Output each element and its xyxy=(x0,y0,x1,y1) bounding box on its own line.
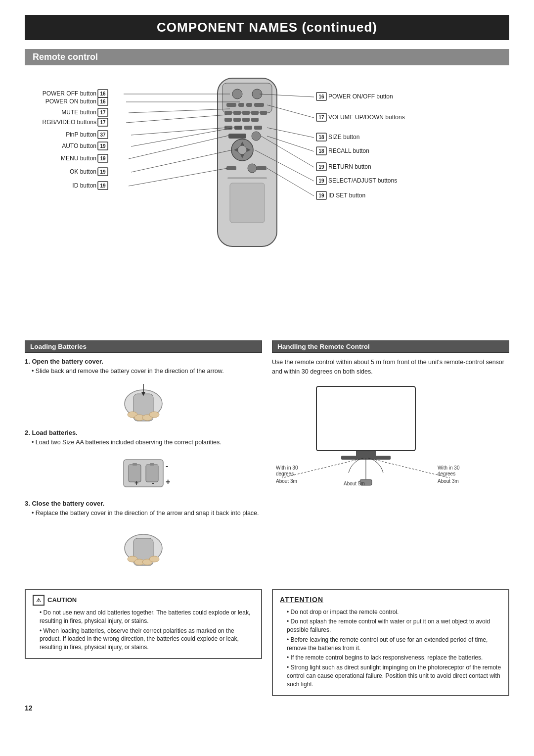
remote-diagram-area: 16 POWER OFF button 16 POWER ON button 1… xyxy=(25,73,509,331)
svg-rect-15 xyxy=(242,118,250,122)
svg-text:POWER ON button: POWER ON button xyxy=(45,98,96,105)
svg-text:About 3m: About 3m xyxy=(438,478,459,484)
caution-title: ⚠ CAUTION xyxy=(33,595,254,606)
svg-text:-: - xyxy=(152,479,154,487)
attention-bullet-5: Strong light such as direct sunlight imp… xyxy=(280,663,501,688)
svg-point-103 xyxy=(149,412,159,418)
caution-title-text: CAUTION xyxy=(47,595,77,605)
svg-text:POWER ON/OFF button: POWER ON/OFF button xyxy=(328,93,393,100)
svg-text:POWER OFF button: POWER OFF button xyxy=(43,90,96,97)
svg-point-24 xyxy=(238,145,247,154)
svg-text:degrees: degrees xyxy=(438,471,455,476)
svg-text:16: 16 xyxy=(318,94,324,99)
svg-rect-19 xyxy=(244,126,252,130)
svg-rect-14 xyxy=(233,118,241,122)
handling-remote-header: Handling the Remote Control xyxy=(272,340,509,353)
svg-rect-107 xyxy=(133,463,137,466)
svg-text:SIZE button: SIZE button xyxy=(328,134,359,141)
svg-line-38 xyxy=(131,128,226,135)
bottom-section: Loading Batteries 1. Open the battery co… xyxy=(25,340,509,575)
svg-rect-1 xyxy=(222,83,272,113)
svg-text:SELECT/ADJUST buttons: SELECT/ADJUST buttons xyxy=(328,177,397,184)
svg-point-22 xyxy=(252,132,261,141)
attention-bullet-1: Do not drop or impact the remote control… xyxy=(280,608,501,616)
caution-section: ⚠ CAUTION Do not use new and old batteri… xyxy=(25,585,262,696)
svg-text:With in 30: With in 30 xyxy=(276,465,298,471)
svg-text:With in 30: With in 30 xyxy=(438,465,460,471)
caution-triangle-icon: ⚠ xyxy=(33,595,44,606)
svg-text:RECALL button: RECALL button xyxy=(328,147,369,154)
svg-text:16: 16 xyxy=(100,91,106,96)
svg-text:ID SET button: ID SET button xyxy=(328,192,365,199)
step3-illustration xyxy=(109,521,178,570)
svg-text:OK button: OK button xyxy=(70,168,96,175)
svg-rect-8 xyxy=(224,111,232,115)
step2-bullet: Load two Size AA batteries included obse… xyxy=(25,438,262,447)
svg-text:RGB/VIDEO buttons: RGB/VIDEO buttons xyxy=(43,119,96,126)
svg-text:19: 19 xyxy=(100,169,106,175)
svg-text:18: 18 xyxy=(318,135,324,140)
svg-rect-11 xyxy=(251,111,259,115)
step1-title: 1. Open the battery cover. xyxy=(25,358,262,365)
svg-text:PinP button: PinP button xyxy=(66,131,96,138)
svg-text:About 5m: About 5m xyxy=(344,481,365,486)
svg-rect-18 xyxy=(234,126,242,130)
svg-rect-33 xyxy=(230,183,265,223)
svg-rect-32 xyxy=(227,177,267,179)
svg-text:RETURN button: RETURN button xyxy=(328,163,371,170)
attention-section: ATTENTION Do not drop or impact the remo… xyxy=(272,585,509,696)
svg-line-42 xyxy=(129,168,227,186)
svg-text:About 3m: About 3m xyxy=(276,478,297,484)
svg-rect-109 xyxy=(150,463,154,466)
svg-rect-5 xyxy=(238,103,244,107)
svg-text:19: 19 xyxy=(100,183,106,189)
caution-box: ⚠ CAUTION Do not use new and old batteri… xyxy=(25,589,262,659)
svg-text:ID button: ID button xyxy=(72,182,96,189)
step2-title: 2. Load batteries. xyxy=(25,429,262,436)
attention-bullet-4: If the remote control begins to lack res… xyxy=(280,654,501,662)
svg-rect-20 xyxy=(254,126,262,130)
main-title: COMPONENT NAMES (continued) xyxy=(25,15,509,40)
handling-description: Use the remote control within about 5 m … xyxy=(272,358,509,377)
svg-rect-9 xyxy=(233,111,241,115)
svg-text:+: + xyxy=(166,477,170,486)
svg-rect-120 xyxy=(316,386,415,451)
step3-bullet: Replace the battery cover in the directi… xyxy=(25,509,262,518)
svg-text:19: 19 xyxy=(100,143,106,149)
svg-text:MENU button: MENU button xyxy=(61,155,96,162)
section-header: Remote control xyxy=(25,49,509,65)
svg-rect-7 xyxy=(254,103,264,107)
svg-line-40 xyxy=(129,136,228,159)
caution-bullet-1: Do not use new and old batteries togethe… xyxy=(33,609,254,625)
svg-rect-16 xyxy=(251,118,259,122)
svg-text:18: 18 xyxy=(318,148,324,154)
remote-diagram-svg: 16 POWER OFF button 16 POWER ON button 1… xyxy=(25,73,509,326)
svg-text:17: 17 xyxy=(100,120,106,125)
svg-rect-13 xyxy=(224,118,232,122)
svg-line-36 xyxy=(129,109,230,113)
svg-text:16: 16 xyxy=(100,99,106,104)
svg-point-119 xyxy=(149,556,159,562)
svg-rect-31 xyxy=(257,166,267,170)
svg-point-2 xyxy=(232,89,242,99)
loading-batteries-section: Loading Batteries 1. Open the battery co… xyxy=(25,340,262,575)
svg-rect-121 xyxy=(356,451,376,456)
svg-text:+: + xyxy=(134,479,138,487)
loading-batteries-header: Loading Batteries xyxy=(25,340,262,353)
caution-bullet-2: When loading batteries, observe their co… xyxy=(33,627,254,652)
svg-text:19: 19 xyxy=(318,164,324,170)
page-number: 12 xyxy=(25,704,509,712)
attention-box: ATTENTION Do not drop or impact the remo… xyxy=(272,589,509,696)
attention-bullet-2: Do not splash the remote control with wa… xyxy=(280,617,501,634)
svg-text:19: 19 xyxy=(318,178,324,184)
svg-text:37: 37 xyxy=(100,132,106,138)
warnings-section: ⚠ CAUTION Do not use new and old batteri… xyxy=(25,585,509,696)
svg-rect-29 xyxy=(226,166,236,170)
attention-title: ATTENTION xyxy=(280,595,501,605)
svg-text:VOLUME UP/DOWN buttons: VOLUME UP/DOWN buttons xyxy=(328,114,405,121)
step1-bullet: Slide back and remove the battery cover … xyxy=(25,367,262,376)
step3-title: 3. Close the battery cover. xyxy=(25,500,262,507)
attention-bullet-3: Before leaving the remote control out of… xyxy=(280,636,501,653)
svg-text:17: 17 xyxy=(100,110,106,115)
svg-rect-21 xyxy=(228,134,246,139)
